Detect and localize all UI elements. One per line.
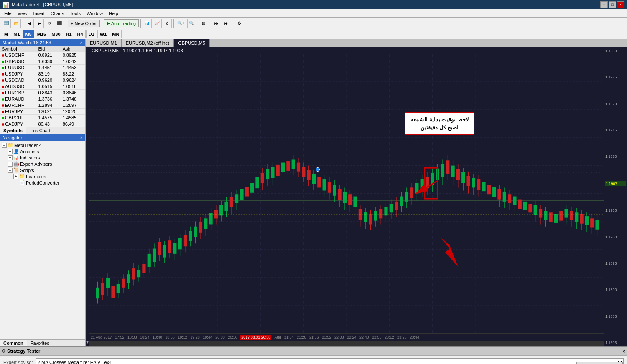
svg-rect-217	[595, 220, 599, 230]
market-watch-title: Market Watch: 16:24:53	[3, 40, 51, 45]
expand-icon-indicators[interactable]: +	[8, 155, 13, 160]
market-watch-row[interactable]: USDCAD0.96200.9624	[0, 77, 85, 83]
market-watch-row[interactable]: AUDUSD1.05151.0518	[0, 83, 85, 90]
svg-rect-181	[503, 192, 506, 202]
expand-icon[interactable]: −	[2, 143, 7, 148]
maximize-button[interactable]: □	[609, 1, 616, 8]
mw-bid: 0.8843	[36, 90, 61, 96]
svg-rect-97	[286, 161, 290, 171]
bar-chart-button[interactable]: 📊	[143, 19, 152, 28]
tf-m5[interactable]: M5	[23, 30, 34, 38]
tf-h1[interactable]: H1	[64, 30, 74, 38]
svg-rect-207	[570, 211, 573, 220]
tf-w1[interactable]: W1	[97, 30, 110, 38]
chart-tab-eurusd-m2[interactable]: EURUSD,M2 (offline)	[122, 39, 174, 47]
chart-tab-eurusd-m1[interactable]: EURUSD,M1	[86, 39, 122, 47]
tf-m15[interactable]: M15	[35, 30, 48, 38]
chart-scrollbar[interactable]	[89, 341, 604, 346]
market-watch-row[interactable]: GBPUSD1.63391.6342	[0, 58, 85, 65]
navigator-title: Navigator	[3, 135, 22, 140]
nav-scripts[interactable]: − 📜 Scripts	[7, 167, 84, 173]
navigator-close[interactable]: ×	[80, 135, 83, 140]
zoom-in-button[interactable]: 🔍+	[176, 19, 186, 28]
close-button[interactable]: ×	[617, 1, 624, 8]
new-order-button[interactable]: + New Order	[68, 20, 100, 27]
mw-dot	[2, 54, 4, 57]
tf-mn[interactable]: MN	[110, 30, 122, 38]
market-watch-row[interactable]: EURGBP0.88430.8846	[0, 90, 85, 96]
stop-button[interactable]: ⬛	[55, 19, 64, 28]
settings-button[interactable]: ⚙	[235, 19, 244, 28]
mw-dot	[2, 73, 4, 76]
expand-icon-examples[interactable]: +	[13, 174, 18, 179]
market-watch-row[interactable]: CADJPY86.4386.49	[0, 121, 85, 127]
tester-close[interactable]: ×	[622, 349, 625, 354]
menu-help[interactable]: Help	[106, 10, 121, 17]
tester-header: ⚙ Strategy Tester ×	[0, 347, 627, 356]
chart-tab-gbpusd-m5[interactable]: GBPUSD,M5	[174, 39, 210, 47]
menu-view[interactable]: View	[15, 10, 30, 17]
window-controls[interactable]: − □ ×	[600, 1, 624, 8]
nav-accounts[interactable]: + 👤 Accounts	[7, 148, 84, 154]
nav-label-scripts: Scripts	[20, 168, 34, 173]
nav-examples[interactable]: + 📁 Examples	[13, 173, 84, 179]
market-watch-row[interactable]: EURUSD1.44511.4453	[0, 65, 85, 71]
refresh-button[interactable]: ↺	[45, 19, 54, 28]
nav-period-converter[interactable]: 📄 PeriodConverter	[13, 179, 84, 186]
market-watch-row[interactable]: EURAUD1.37361.3748	[0, 96, 85, 102]
market-watch-row[interactable]: EURCHF1.28941.2897	[0, 102, 85, 109]
svg-rect-101	[297, 163, 300, 172]
forward-button[interactable]: ▶	[35, 19, 44, 28]
mw-dot	[2, 86, 4, 88]
market-watch-row[interactable]: USDCHF0.89210.8925	[0, 52, 85, 58]
expand-icon-scripts[interactable]: −	[8, 168, 13, 173]
svg-rect-127	[364, 212, 367, 222]
nav-metatrader4[interactable]: − 📁 MetaTrader 4	[1, 142, 84, 148]
nav-expert-advisors[interactable]: + 🤖 Expert Advisors	[7, 161, 84, 167]
next-period-button[interactable]: ⏭	[222, 19, 231, 28]
svg-rect-65	[204, 218, 207, 229]
svg-rect-91	[271, 167, 274, 178]
menu-file[interactable]: File	[2, 10, 14, 17]
chart-svg	[89, 54, 604, 333]
ea-select[interactable]: 2 MA Crosses Mega filter EA V1.ex4	[36, 358, 624, 364]
tf-m1[interactable]: M1	[11, 30, 22, 38]
tf-m30[interactable]: M30	[49, 30, 63, 38]
menu-tools[interactable]: Tools	[67, 10, 83, 17]
grid-button[interactable]: ⊞	[199, 19, 208, 28]
new-button[interactable]: 🆕	[2, 19, 11, 28]
nav-tab-favorites[interactable]: Favorites	[27, 340, 53, 346]
nav-tab-common[interactable]: Common	[0, 340, 27, 346]
zoom-out-button[interactable]: 🔍−	[187, 19, 198, 28]
time-labels: 21 Aug 2017 17:52 18:08 18:24 18:40 18:5…	[91, 335, 419, 339]
tab-tick-chart[interactable]: Tick Chart	[26, 127, 54, 134]
expert-properties-button[interactable]: Expert properties	[576, 362, 623, 364]
tf-h4[interactable]: H4	[75, 30, 86, 38]
price-12: 1.1505	[605, 341, 626, 345]
menu-insert[interactable]: Insert	[31, 10, 47, 17]
nav-indicators[interactable]: + 📊 Indicators	[7, 154, 84, 161]
market-watch-row[interactable]: GBPCHF1.45751.4585	[0, 115, 85, 121]
market-watch-row[interactable]: USDJPY83.1983.22	[0, 71, 85, 77]
tf-d1[interactable]: D1	[86, 30, 97, 38]
svg-rect-75	[230, 197, 233, 207]
ea-row: Expert Advisor 2 MA Crosses Mega filter …	[3, 358, 624, 364]
open-button[interactable]: 📂	[12, 19, 21, 28]
back-button[interactable]: ◀	[25, 19, 34, 28]
candle-chart-button[interactable]: 🕯	[163, 19, 172, 28]
script-icon: 📄	[19, 180, 25, 185]
chart-canvas[interactable]: لاحظ توقيت بداية الشمعه اصبح كل دقيقتين	[89, 54, 604, 333]
market-watch-close[interactable]: ×	[80, 40, 83, 45]
expand-icon-accounts[interactable]: +	[8, 149, 13, 154]
menu-charts[interactable]: Charts	[48, 10, 66, 17]
tab-symbols[interactable]: Symbols	[0, 127, 26, 134]
line-chart-button[interactable]: 📈	[153, 19, 162, 28]
tf-m[interactable]: M	[2, 30, 10, 38]
menu-window[interactable]: Window	[84, 10, 105, 17]
expand-icon-ea[interactable]: +	[8, 162, 13, 167]
prev-period-button[interactable]: ⏮	[212, 19, 221, 28]
autotrading-button[interactable]: ▶ AutoTrading	[104, 19, 139, 27]
market-watch-row[interactable]: EURJPY120.21120.25	[0, 109, 85, 115]
svg-rect-125	[359, 209, 362, 220]
minimize-button[interactable]: −	[600, 1, 608, 8]
